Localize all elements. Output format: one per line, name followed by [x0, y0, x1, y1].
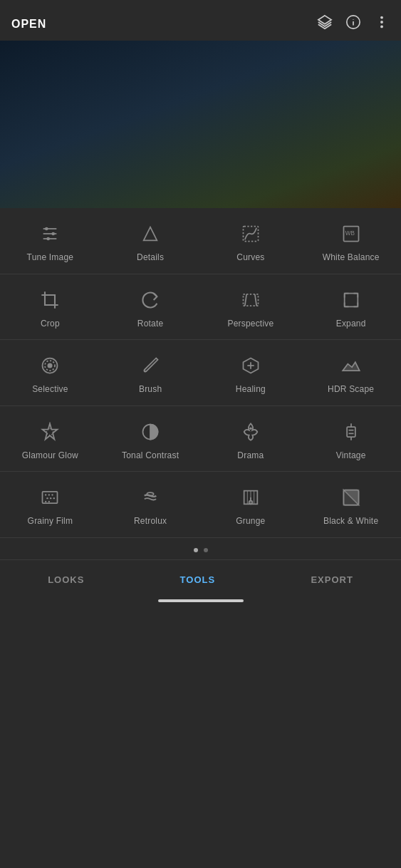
grainy-film-icon [37, 485, 63, 510]
svg-point-36 [45, 495, 46, 496]
tool-grunge[interactable]: Grunge [201, 472, 301, 537]
svg-point-4 [381, 16, 382, 18]
tool-healing[interactable]: Healing [201, 340, 301, 405]
svg-point-42 [45, 501, 46, 502]
svg-point-39 [47, 497, 48, 499]
svg-line-18 [245, 294, 246, 305]
tool-perspective[interactable]: Perspective [201, 274, 301, 340]
tool-details[interactable]: Details [100, 208, 201, 274]
perspective-icon [238, 287, 264, 313]
pagination [0, 538, 401, 559]
info-icon[interactable] [345, 14, 361, 33]
drama-icon [238, 419, 264, 445]
nav-tools[interactable]: TOOLS [166, 572, 230, 588]
tool-hdr-scape[interactable]: HDR Scape [301, 340, 401, 405]
svg-point-43 [48, 501, 50, 502]
svg-point-38 [52, 495, 53, 496]
svg-point-29 [249, 427, 252, 430]
app-title: OPEN [11, 18, 317, 31]
tool-black-white[interactable]: Black & White [301, 472, 401, 537]
tool-expand[interactable]: Expand [301, 274, 401, 340]
dot-1 [194, 548, 198, 552]
image-content [0, 41, 401, 208]
selective-icon [37, 353, 63, 378]
white-balance-label: White Balance [323, 252, 380, 264]
retrolux-icon [137, 485, 163, 510]
black-white-label: Black & White [323, 516, 378, 527]
svg-line-19 [255, 294, 256, 305]
svg-point-44 [147, 492, 153, 496]
details-icon [137, 221, 163, 247]
tool-brush[interactable]: Brush [100, 340, 201, 405]
retrolux-label: Retrolux [134, 516, 167, 527]
tools-grid: Tune Image Details Curves [0, 208, 401, 538]
selective-label: Selective [32, 384, 68, 396]
tool-drama[interactable]: Drama [201, 406, 301, 472]
svg-rect-32 [347, 427, 355, 437]
svg-point-37 [48, 495, 50, 496]
svg-point-11 [52, 232, 56, 236]
tools-row-3: Selective Brush Healing [0, 340, 401, 406]
tool-curves[interactable]: Curves [201, 208, 301, 274]
details-label: Details [137, 252, 164, 264]
svg-marker-13 [144, 227, 157, 241]
rotate-label: Rotate [137, 319, 164, 330]
tool-glamour-glow[interactable]: Glamour Glow [0, 406, 100, 472]
vintage-icon [338, 419, 364, 445]
svg-text:WB: WB [345, 230, 355, 237]
svg-point-6 [381, 26, 382, 27]
tool-crop[interactable]: Crop [0, 274, 100, 340]
hdr-scape-label: HDR Scape [328, 384, 374, 396]
svg-point-22 [48, 363, 53, 368]
layers-icon[interactable] [317, 14, 333, 33]
grunge-icon [238, 485, 264, 510]
crop-label: Crop [41, 319, 60, 330]
svg-point-5 [381, 21, 382, 23]
drama-label: Drama [237, 450, 264, 462]
svg-point-12 [47, 237, 51, 241]
tool-tune-image[interactable]: Tune Image [0, 208, 100, 274]
svg-point-41 [53, 497, 55, 499]
black-white-icon [338, 485, 364, 510]
curves-label: Curves [236, 252, 264, 264]
healing-icon [238, 353, 264, 378]
svg-rect-35 [43, 492, 58, 503]
glamour-glow-icon [37, 419, 63, 445]
grainy-film-label: Grainy Film [28, 516, 73, 527]
perspective-label: Perspective [227, 319, 274, 330]
vintage-label: Vintage [336, 450, 366, 462]
tool-grainy-film[interactable]: Grainy Film [0, 472, 100, 537]
expand-icon [338, 287, 364, 313]
svg-marker-26 [43, 423, 58, 439]
svg-point-27 [47, 428, 53, 435]
tool-selective[interactable]: Selective [0, 340, 100, 405]
svg-rect-20 [344, 293, 358, 306]
grunge-label: Grunge [236, 516, 265, 527]
tool-white-balance[interactable]: WB White Balance [301, 208, 401, 274]
tool-vintage[interactable]: Vintage [301, 406, 401, 472]
white-balance-icon: WB [338, 221, 364, 247]
tools-row-4: Glamour Glow Tonal Contrast Drama [0, 406, 401, 472]
rotate-icon [137, 287, 163, 313]
nav-looks[interactable]: LOOKS [33, 572, 98, 588]
tool-tonal-contrast[interactable]: Tonal Contrast [100, 406, 201, 472]
tool-rotate[interactable]: Rotate [100, 274, 201, 340]
bottom-indicator [0, 594, 401, 605]
tools-row-2: Crop Rotate Perspective [0, 274, 401, 341]
image-preview [0, 41, 401, 208]
more-icon[interactable] [374, 14, 390, 33]
home-indicator [158, 599, 244, 602]
tonal-contrast-label: Tonal Contrast [122, 450, 179, 462]
glamour-glow-label: Glamour Glow [22, 450, 78, 462]
hdr-scape-icon [338, 353, 364, 378]
curves-icon [238, 221, 264, 247]
brush-label: Brush [139, 384, 162, 396]
tune-image-icon [37, 221, 63, 247]
healing-label: Healing [236, 384, 266, 396]
tool-retrolux[interactable]: Retrolux [100, 472, 201, 537]
nav-export[interactable]: EXPORT [296, 572, 367, 588]
brush-icon [137, 353, 163, 378]
bottom-nav: LOOKS TOOLS EXPORT [0, 559, 401, 594]
top-bar: OPEN [0, 0, 401, 41]
expand-label: Expand [336, 319, 366, 330]
